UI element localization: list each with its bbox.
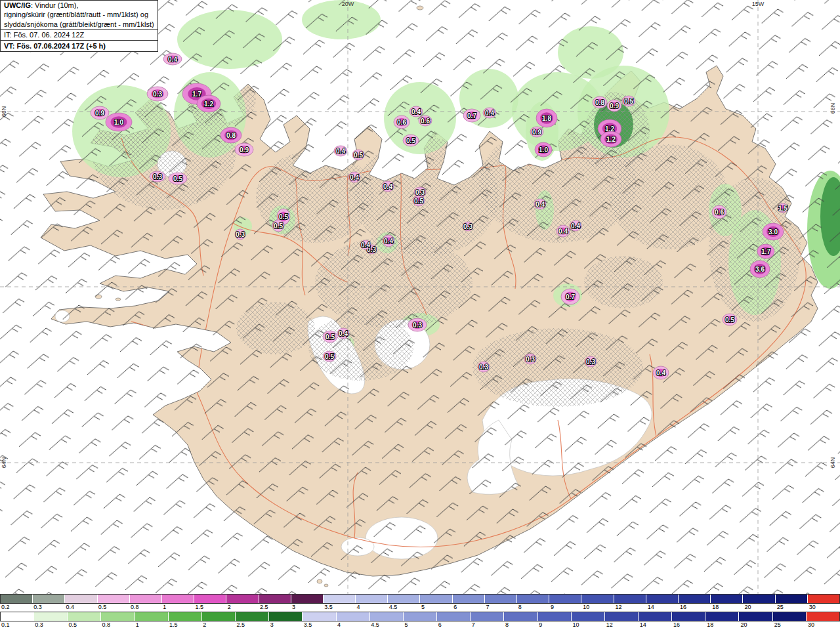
colorbar-segment — [356, 595, 388, 603]
colorbar-segment — [517, 595, 549, 603]
colorbar-segment — [605, 612, 639, 621]
precip-value-label: 0.3 — [153, 173, 162, 180]
precip-value-label: 0.6 — [421, 117, 430, 125]
valid-time: VT: Fös. 07.06.2024 17Z (+5 h) — [1, 40, 158, 51]
colorbar-tick-label: 20 — [743, 604, 775, 611]
colorbar-tick-label: 14 — [639, 621, 672, 629]
colorbar-labels: 0.10.30.50.811.522.533.544.5567891012141… — [0, 621, 840, 629]
precip-value-label: 3.6 — [755, 266, 765, 273]
colorbar-tick-label: 6 — [437, 621, 471, 629]
precip-value-label: 0.3 — [413, 322, 422, 329]
colorbar-segment — [572, 612, 605, 621]
colorbar-tick-label: 25 — [773, 621, 807, 629]
precip-value-label: 0.7 — [467, 112, 476, 119]
precip-value-label: 0.5 — [354, 152, 363, 159]
colorbar-segment — [614, 595, 646, 603]
precip-value-label: 0.4 — [383, 183, 392, 190]
precip-value-label: 1.7 — [761, 248, 770, 255]
colorbar-segment — [807, 612, 839, 621]
colorbar-segment — [646, 595, 679, 603]
precip-value-label: 0.4 — [536, 201, 545, 208]
colorbar-tick-label: 25 — [776, 604, 808, 611]
precip-value-label: 0.8 — [595, 99, 604, 106]
colorbar-tick-label: 5 — [403, 621, 436, 629]
colorbar-tick-label: 12 — [614, 604, 646, 611]
colorbar-tick-label: 8 — [517, 604, 549, 611]
colorbar-segment — [743, 595, 775, 603]
colorbar-tick-label: 1 — [135, 621, 168, 629]
precip-value-label: 0.4 — [336, 148, 345, 155]
legend-line-rain: rigning/skúrir (grænt/blátt/rautt - mm/1… — [1, 10, 158, 19]
precip-value-label: 0.9 — [95, 110, 104, 117]
colorbar-tick-label: 0.5 — [97, 604, 129, 611]
colorbar-tick-label: 2.5 — [235, 621, 268, 629]
coordinate-label: 64N — [830, 457, 836, 469]
precip-value-label: 0.8 — [226, 132, 236, 139]
colorbar-tick-label: 4 — [356, 604, 388, 611]
colorbar-segment — [101, 612, 135, 621]
colorbar-tick-label: 0.8 — [129, 604, 161, 611]
colorbar-segment — [337, 612, 370, 621]
coordinate-label: 64N — [1, 457, 7, 469]
colorbar-tick-label: 2.5 — [259, 604, 291, 611]
colorbar-tick-label: 3 — [269, 621, 303, 629]
colorbar-tick-label: 4 — [336, 621, 369, 629]
precip-value-label: 1.2 — [606, 136, 616, 143]
colorbar-segment — [705, 612, 739, 621]
colorbar-segment — [679, 595, 711, 603]
colorbar-segment — [485, 595, 517, 603]
colorbar-segment — [1, 595, 33, 603]
colorbar-tick-label: 14 — [646, 604, 679, 611]
colorbar-segment — [269, 612, 303, 621]
precip-value-label: 0.4 — [168, 56, 177, 63]
precip-value-label: 1.0 — [539, 146, 548, 154]
precip-value-label: 0.4 — [485, 110, 494, 117]
colorbar-segment — [538, 612, 572, 621]
precip-value-label: 0.3 — [586, 358, 595, 366]
colorbar-segment — [471, 612, 504, 621]
colorbar-segment — [504, 612, 537, 621]
colorbar-segment — [404, 612, 437, 621]
colorbar-tick-label: 0.8 — [101, 621, 135, 629]
colorbar-tick-label: 2 — [201, 621, 235, 629]
precip-value-label: 1.0 — [114, 119, 123, 126]
colorbar-tick-label: 1.5 — [168, 621, 201, 629]
precip-value-label: 0.3 — [463, 223, 472, 230]
colorbar-tick-label: 7 — [471, 621, 504, 629]
colorbar-segment — [130, 595, 162, 603]
colorbar-segment — [437, 612, 471, 621]
precip-value-label: 0.3 — [153, 91, 162, 98]
colorbar-tick-label: 18 — [711, 604, 743, 611]
colorbar-segment — [226, 595, 259, 603]
colorbar-tick-label: 16 — [672, 621, 705, 629]
colorbar-segment — [98, 595, 130, 603]
colorbar-segment — [672, 612, 705, 621]
colorbar-segment — [65, 595, 97, 603]
product-code: UWC/IG — [4, 1, 31, 9]
colorbar-tick-label: 3 — [291, 604, 323, 611]
precip-value-label: 0.7 — [566, 293, 575, 301]
colorbar-segment — [236, 612, 269, 621]
colorbar-strip — [0, 594, 840, 604]
colorbar-tick-label: 0.4 — [64, 604, 96, 611]
init-time: IT: Fös. 07. 06. 2024 12Z — [1, 29, 158, 40]
snow-colorbar: 0.10.30.50.811.522.533.544.5567891012141… — [0, 612, 840, 629]
colorbar-tick-label: 16 — [679, 604, 711, 611]
colorbar-segment — [1, 612, 34, 621]
colorbar-tick-label: 3.5 — [323, 604, 355, 611]
colorbar-segment — [388, 595, 420, 603]
colorbar-tick-label: 1 — [161, 604, 194, 611]
colorbar-tick-label: 3.5 — [303, 621, 336, 629]
colorbar-segment — [370, 612, 404, 621]
precip-value-label: 0.4 — [656, 369, 665, 377]
colorbar-segment — [639, 612, 672, 621]
precip-value-label: 0.4 — [411, 108, 421, 116]
precip-value-label: 1.7 — [192, 91, 201, 98]
colorbar-tick-label: 1.5 — [194, 604, 226, 611]
colorbar-tick-label: 0.2 — [0, 604, 32, 611]
colorbar-tick-label: 20 — [739, 621, 772, 629]
colorbar-segment — [420, 595, 452, 603]
precip-value-label: 0.5 — [173, 175, 182, 182]
precip-value-label: 0.3 — [236, 231, 245, 238]
map-legend-box: UWC/IG: Vindur (10m), rigning/skúrir (gr… — [0, 0, 158, 52]
